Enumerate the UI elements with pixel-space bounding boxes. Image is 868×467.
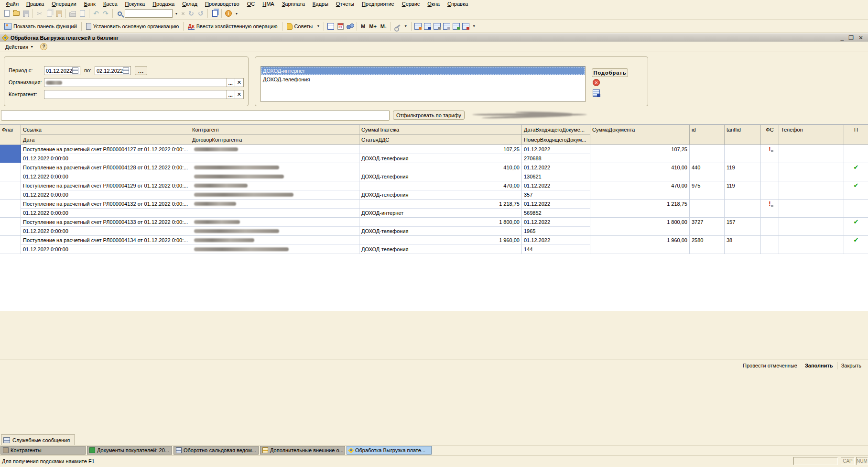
forward-icon[interactable]: ↷: [101, 9, 110, 18]
menu-help[interactable]: Справка: [444, 0, 472, 7]
menu-production[interactable]: Производство: [201, 0, 243, 7]
menu-windows[interactable]: Окна: [423, 0, 444, 7]
cell-payment-sum[interactable]: 470,00: [359, 181, 521, 190]
list-item-income-telephony[interactable]: ДОХОД-телефония: [261, 75, 585, 84]
cell-incoming-date[interactable]: 01.12.2022: [522, 163, 590, 172]
header-paymentsum-dds[interactable]: СуммаПлатежа СтатьяДДС: [359, 125, 522, 145]
cell-date[interactable]: 01.12.2022 0:00:00: [21, 172, 190, 181]
cell-tariffid[interactable]: [725, 200, 761, 217]
close-icon[interactable]: ✕: [858, 34, 863, 41]
cell-dds-item[interactable]: ДОХОД-телефония: [359, 190, 521, 199]
calendar-picker-icon[interactable]: [72, 67, 78, 74]
cell-link[interactable]: Поступление на расчетный счет РЛ00000412…: [21, 145, 190, 154]
cell-incoming-number[interactable]: 130621: [522, 172, 590, 181]
search-icon[interactable]: [115, 9, 124, 18]
table-tool-4-icon[interactable]: [443, 22, 451, 31]
header-counterparty-contract[interactable]: Контрагент ДоговорКонтрагента: [190, 125, 359, 145]
organization-select-icon[interactable]: ...: [226, 78, 235, 87]
menu-hr[interactable]: Кадры: [309, 0, 332, 7]
paste-icon[interactable]: [54, 9, 63, 18]
menu-enterprise[interactable]: Предприятие: [358, 0, 398, 7]
cell-fs[interactable]: [761, 218, 779, 235]
cell-fs[interactable]: !: [761, 200, 779, 217]
cell-doc-sum[interactable]: 470,00: [590, 181, 690, 199]
copy-window-icon[interactable]: [210, 9, 219, 18]
table-row[interactable]: Поступление на расчетный счет РЛ00000412…: [0, 163, 868, 181]
cell-tariffid[interactable]: [725, 145, 761, 163]
flag-cell[interactable]: [0, 218, 21, 235]
cell-id[interactable]: 2580: [690, 236, 725, 254]
cell-doc-sum[interactable]: 1 218,75: [590, 200, 690, 217]
table-row[interactable]: Поступление на расчетный счет РЛ00000413…: [0, 218, 868, 236]
set-main-org-button[interactable]: Установить основную организацию: [84, 22, 182, 31]
filter-by-tariff-button[interactable]: Отфильтровать по тарифу: [393, 111, 465, 120]
cell-incoming-number[interactable]: 144: [522, 245, 590, 254]
menu-reports[interactable]: Отчеты: [332, 0, 358, 7]
income-items-list[interactable]: ДОХОД-интернет ДОХОД-телефония: [260, 66, 586, 102]
minimize-icon[interactable]: _: [840, 34, 844, 41]
print-preview-icon[interactable]: [78, 9, 87, 18]
header-fs[interactable]: ФС: [761, 125, 779, 145]
service-messages-tab[interactable]: Служебные сообщения: [1, 434, 75, 445]
cell-incoming-number[interactable]: 569852: [522, 209, 590, 217]
cell-link[interactable]: Поступление на расчетный счет РЛ00000413…: [21, 200, 190, 209]
cell-link[interactable]: Поступление на расчетный счет РЛ00000413…: [21, 236, 190, 245]
back-icon[interactable]: ↶: [92, 9, 100, 18]
cell-id[interactable]: 3727: [690, 218, 725, 235]
header-id[interactable]: id: [690, 125, 725, 145]
about-icon[interactable]: i: [224, 9, 233, 18]
cell-id[interactable]: [690, 145, 725, 163]
save-list-icon[interactable]: [593, 89, 600, 97]
cell-dds-item[interactable]: ДОХОД-телефония: [359, 172, 521, 181]
cell-phone[interactable]: [779, 181, 844, 199]
cell-phone[interactable]: [779, 145, 844, 163]
flag-cell[interactable]: [0, 200, 21, 217]
cell-fs[interactable]: [761, 181, 779, 199]
header-incoming-doc[interactable]: ДатаВходящегоДокуме... НомерВходящегоДок…: [522, 125, 590, 145]
cell-incoming-date[interactable]: 01.12.2022: [522, 218, 590, 227]
cell-payment-sum[interactable]: 1 960,00: [359, 236, 521, 245]
menu-bank[interactable]: Банк: [80, 0, 99, 7]
search-dropdown-icon[interactable]: ▼: [173, 9, 180, 18]
cell-incoming-date[interactable]: 01.12.2022: [522, 145, 590, 154]
cell-incoming-number[interactable]: 270688: [522, 154, 590, 163]
cell-doc-sum[interactable]: 410,00: [590, 163, 690, 181]
menu-os[interactable]: ОС: [243, 0, 259, 7]
cell-p[interactable]: ✔: [844, 236, 868, 254]
tab-external-processings[interactable]: Дополнительные внешние о...: [260, 446, 345, 455]
close-button[interactable]: Закрыть: [837, 362, 865, 369]
tab-processing-billing-export[interactable]: Обработка Выгрузка плате...: [347, 446, 432, 455]
menu-operations[interactable]: Операции: [48, 0, 80, 7]
cell-id[interactable]: 440: [690, 163, 725, 181]
menu-service[interactable]: Сервис: [398, 0, 424, 7]
cell-p[interactable]: ✔: [844, 181, 868, 199]
cell-dds-item[interactable]: ДОХОД-интернет: [359, 209, 521, 217]
period-to-input[interactable]: 02.12.2022: [95, 66, 131, 75]
header-phone[interactable]: Телефон: [779, 125, 844, 145]
flag-cell-selected[interactable]: [0, 145, 21, 163]
menu-cash[interactable]: Касса: [99, 0, 121, 7]
menu-nma[interactable]: НМА: [259, 0, 278, 7]
cell-dds-item[interactable]: ДОХОД-телефония: [359, 227, 521, 235]
find-previous-icon[interactable]: ↻: [196, 9, 205, 18]
calendar-icon[interactable]: 31: [336, 22, 345, 31]
cell-date[interactable]: 01.12.2022 0:00:00: [21, 245, 190, 254]
cell-link[interactable]: Поступление на расчетный счет РЛ00000412…: [21, 163, 190, 172]
organization-clear-icon[interactable]: ✕: [235, 78, 243, 87]
find-next-icon[interactable]: ↻: [187, 9, 195, 18]
memory-subtract-button[interactable]: M-: [379, 23, 389, 29]
show-function-panel-button[interactable]: Показать панель функций: [2, 22, 79, 31]
calculator-icon[interactable]: [326, 22, 335, 31]
cell-tariffid[interactable]: 38: [725, 236, 761, 254]
cell-fs[interactable]: [761, 236, 779, 254]
tab-counterparties[interactable]: Контрагенты: [0, 446, 86, 455]
post-marked-button[interactable]: Провести отмеченные: [739, 362, 801, 369]
menu-warehouse[interactable]: Склад: [178, 0, 201, 7]
actions-menu-button[interactable]: Действия ▼: [3, 43, 36, 51]
tips-dropdown-icon[interactable]: ▼: [315, 22, 322, 31]
table-tool-5-icon[interactable]: [452, 22, 461, 31]
header-tariffid[interactable]: tariffid: [725, 125, 761, 145]
cell-p[interactable]: ✔: [844, 218, 868, 235]
calendar-picker-icon[interactable]: [123, 67, 129, 74]
counterparty-clear-icon[interactable]: ✕: [235, 90, 243, 99]
